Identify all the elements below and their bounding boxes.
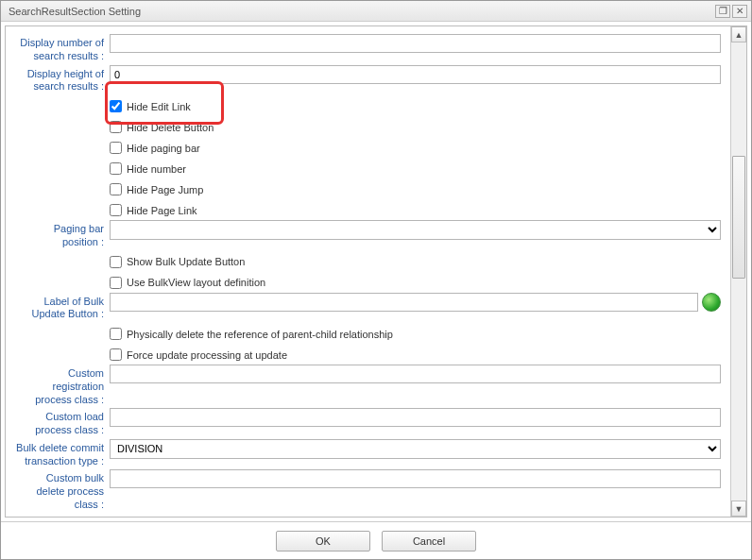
checkbox-force-update[interactable] [110,348,122,361]
window-title: SearchResultSection Setting [9,6,141,17]
checkbox-hide-paging-bar[interactable] [110,142,122,154]
label-hide-paging-bar: Hide paging bar [127,143,200,154]
select-bulk-delete-txn[interactable]: DIVISION [110,439,721,459]
label-hide-delete-button: Hide Delete Button [127,122,214,133]
button-bar: OK Cancel [1,521,751,559]
label-physically-delete: Physically delete the reference of paren… [127,329,393,340]
label-custom-registration: Custom registration process class : [15,365,110,406]
dialog-window: SearchResultSection Setting ❐ ✕ Display … [0,0,752,560]
label-custom-bulk-delete: Custom bulk delete process class : [15,469,110,511]
vertical-scrollbar[interactable]: ▲ ▼ [730,26,746,517]
label-display-height: Display height of search results : [15,65,110,94]
scroll-track[interactable] [731,42,746,501]
scroll-up-icon[interactable]: ▲ [731,26,746,42]
checkbox-show-bulk-update[interactable] [110,256,122,268]
label-hide-page-jump: Hide Page Jump [127,184,203,195]
scroll-down-icon[interactable]: ▼ [731,501,746,517]
cancel-button[interactable]: Cancel [382,531,476,552]
label-bulk-update-label: Label of Bulk Update Button : [15,293,110,322]
select-paging-bar-position[interactable] [110,220,721,240]
label-use-bulkview: Use BulkView layout definition [127,277,265,288]
label-custom-load: Custom load process class : [15,408,110,437]
input-display-height[interactable] [110,65,721,84]
label-hide-page-link: Hide Page Link [127,205,197,216]
maximize-button[interactable]: ❐ [715,5,730,18]
checkbox-hide-delete-button[interactable] [110,121,122,133]
input-bulk-update-label[interactable] [110,293,698,312]
scroll-thumb[interactable] [732,156,745,279]
close-icon: ✕ [736,6,743,16]
maximize-icon: ❐ [719,6,727,16]
label-force-update: Force update processing at update [127,349,287,361]
input-custom-registration[interactable] [110,365,721,383]
globe-icon[interactable] [702,293,721,312]
label-show-bulk-update: Show Bulk Update Button [127,256,245,267]
label-hide-edit-link: Hide Edit Link [127,101,191,112]
checkbox-hide-edit-link[interactable] [110,100,122,112]
input-custom-bulk-delete[interactable] [110,469,721,488]
label-hide-number: Hide number [127,163,186,175]
label-bulk-delete-txn: Bulk delete commit transaction type : [15,439,110,468]
label-paging-bar-position: Paging bar position : [15,220,110,249]
checkbox-physically-delete[interactable] [110,328,122,340]
ok-button[interactable]: OK [276,531,370,552]
titlebar: SearchResultSection Setting ❐ ✕ [1,1,751,22]
label-display-number: Display number of search results : [15,34,110,63]
input-custom-load[interactable] [110,408,721,427]
checkbox-hide-page-jump[interactable] [110,183,122,195]
form-scroll-pane: Display number of search results : Displ… [6,26,730,517]
close-button[interactable]: ✕ [732,5,747,18]
content-area: Display number of search results : Displ… [5,25,747,518]
input-display-number[interactable] [110,34,721,53]
checkbox-hide-number[interactable] [110,162,122,175]
checkbox-hide-page-link[interactable] [110,204,122,216]
checkbox-use-bulkview[interactable] [110,277,122,289]
